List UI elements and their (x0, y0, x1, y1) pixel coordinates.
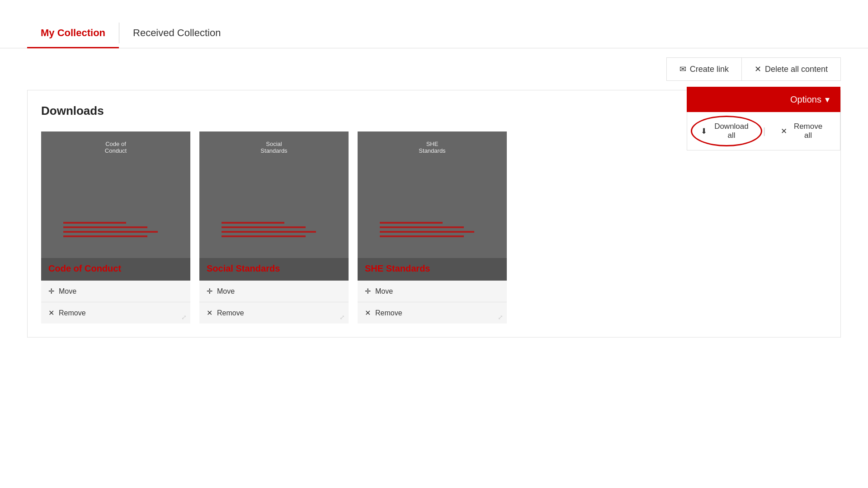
move-label-2: Move (217, 287, 235, 296)
expand-icon-3: ⤢ (498, 314, 503, 321)
doc-line (380, 235, 464, 237)
move-icon-1: ✛ (48, 287, 54, 296)
card-actions-3: ✛ Move ✕ Remove (358, 281, 507, 324)
remove-all-icon: ✕ (781, 127, 787, 136)
download-all-highlight: ⬇ Download all (696, 119, 757, 143)
remove-button-3[interactable]: ✕ Remove (358, 302, 507, 324)
move-button-3[interactable]: ✛ Move (358, 281, 507, 302)
doc-line (63, 231, 158, 233)
options-label: Options (790, 94, 821, 105)
doc-line (380, 231, 474, 233)
downloads-section: Downloads Code ofConduct Code of Conduct… (27, 90, 841, 338)
card-doc-lines-3 (380, 222, 485, 240)
toolbar: ✉ Create link ✕ Delete all content (0, 48, 868, 90)
options-body: ⬇ Download all | ✕ Remove all (687, 112, 840, 150)
doc-line (63, 235, 147, 237)
tabs-bar: My Collection Received Collection (0, 18, 868, 48)
card-title-overlay-1: Code of Conduct (41, 258, 190, 281)
card-code-of-conduct: Code ofConduct Code of Conduct ✛ Move ✕ … (41, 131, 190, 324)
delete-all-button[interactable]: ✕ Delete all content (741, 57, 841, 81)
card-doc-title-2: SocialStandards (260, 141, 287, 154)
doc-line (63, 226, 147, 228)
delete-all-label: Delete all content (765, 65, 828, 74)
doc-line (222, 231, 316, 233)
download-all-label: Download all (711, 122, 752, 140)
card-she-standards: SHEStandards SHE Standards ✛ Move ✕ Remo… (358, 131, 507, 324)
download-all-button[interactable]: ⬇ Download all (696, 119, 757, 143)
move-icon-2: ✛ (207, 287, 212, 296)
move-label-3: Move (375, 287, 393, 296)
options-arrow-icon: ▾ (825, 94, 830, 105)
tab-my-collection[interactable]: My Collection (27, 18, 119, 48)
card-preview-1: Code ofConduct (41, 131, 190, 258)
remove-button-2[interactable]: ✕ Remove (199, 302, 349, 324)
card-actions-1: ✛ Move ✕ Remove (41, 281, 190, 324)
options-header[interactable]: Options ▾ (687, 87, 840, 112)
remove-label-2: Remove (217, 309, 244, 317)
download-icon: ⬇ (701, 127, 707, 136)
remove-icon-2: ✕ (207, 309, 212, 317)
card-doc-lines-2 (222, 222, 326, 240)
doc-line (380, 222, 443, 224)
create-link-label: Create link (690, 65, 729, 74)
remove-all-button[interactable]: ✕ Remove all (776, 119, 831, 143)
doc-line (380, 226, 464, 228)
create-link-button[interactable]: ✉ Create link (666, 57, 741, 81)
card-title-overlay-2: Social Standards (199, 258, 349, 281)
card-social-standards: SocialStandards Social Standards ✛ Move … (199, 131, 349, 324)
options-separator: | (763, 126, 765, 136)
cards-grid: Code ofConduct Code of Conduct ✛ Move ✕ … (41, 131, 827, 324)
card-actions-2: ✛ Move ✕ Remove (199, 281, 349, 324)
doc-line (63, 222, 126, 224)
remove-button-1[interactable]: ✕ Remove (41, 302, 190, 324)
expand-icon-1: ⤢ (181, 314, 187, 321)
card-doc-title-1: Code ofConduct (105, 141, 127, 154)
remove-label-1: Remove (59, 309, 86, 317)
card-title-overlay-3: SHE Standards (358, 258, 507, 281)
doc-line (222, 222, 284, 224)
email-icon: ✉ (679, 64, 686, 74)
expand-icon-2: ⤢ (340, 314, 345, 321)
remove-icon-3: ✕ (365, 309, 371, 317)
move-button-1[interactable]: ✛ Move (41, 281, 190, 302)
remove-all-label: Remove all (790, 122, 826, 140)
card-preview-2: SocialStandards (199, 131, 349, 258)
remove-label-3: Remove (375, 309, 402, 317)
move-icon-3: ✛ (365, 287, 371, 296)
doc-line (222, 226, 306, 228)
card-doc-title-3: SHEStandards (419, 141, 445, 154)
remove-icon-1: ✕ (48, 309, 54, 317)
move-button-2[interactable]: ✛ Move (199, 281, 349, 302)
card-doc-lines-1 (63, 222, 168, 240)
card-preview-3: SHEStandards (358, 131, 507, 258)
tab-received-collection[interactable]: Received Collection (119, 18, 234, 48)
delete-icon: ✕ (755, 64, 761, 74)
doc-line (222, 235, 306, 237)
options-panel: Options ▾ ⬇ Download all | ✕ Remove all (687, 87, 840, 150)
move-label-1: Move (59, 287, 76, 296)
